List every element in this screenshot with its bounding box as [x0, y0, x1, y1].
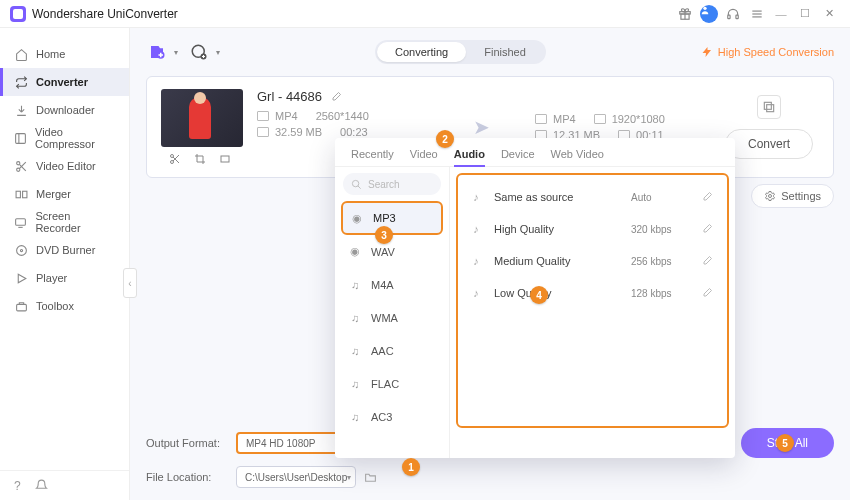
svg-point-3 — [703, 6, 706, 9]
notification-icon[interactable] — [35, 479, 48, 492]
music-icon: ♪ — [468, 287, 484, 299]
content-area: ‹ ▾ ▾ Converting Finished High Speed Con… — [130, 28, 850, 500]
seg-finished[interactable]: Finished — [466, 42, 544, 62]
sidebar-item-merger[interactable]: Merger — [0, 180, 129, 208]
sidebar-item-converter[interactable]: Converter — [0, 68, 129, 96]
film-icon — [257, 111, 269, 121]
svg-rect-15 — [16, 191, 20, 198]
sidebar-item-label: Video Compressor — [35, 126, 115, 150]
format-ac3[interactable]: ♫AC3 — [335, 400, 449, 433]
sidebar-item-label: Player — [36, 272, 67, 284]
sidebar-item-label: Downloader — [36, 104, 95, 116]
edit-icon[interactable] — [701, 223, 717, 235]
merger-icon — [14, 187, 28, 201]
step-badge-5: 5 — [776, 434, 794, 452]
sidebar-item-downloader[interactable]: Downloader — [0, 96, 129, 124]
svg-rect-32 — [767, 105, 774, 112]
file-title: Grl - 44686 — [257, 89, 322, 104]
sidebar-item-label: Toolbox — [36, 300, 74, 312]
format-search[interactable]: Search — [343, 173, 441, 195]
effect-icon[interactable] — [219, 153, 235, 165]
add-url-button[interactable] — [188, 41, 210, 63]
tab-recently[interactable]: Recently — [351, 148, 394, 160]
maximize-button[interactable]: ☐ — [794, 3, 816, 25]
download-icon — [14, 103, 28, 117]
minimize-button[interactable]: — — [770, 3, 792, 25]
file-location-label: File Location: — [146, 471, 228, 483]
compress-icon — [14, 131, 27, 145]
settings-button[interactable]: Settings — [751, 184, 834, 208]
convert-button[interactable]: Convert — [725, 129, 813, 159]
crop-icon[interactable] — [194, 153, 210, 165]
rename-icon[interactable] — [330, 91, 342, 103]
svg-rect-22 — [16, 304, 26, 311]
sidebar-item-compressor[interactable]: Video Compressor — [0, 124, 129, 152]
preset-medium[interactable]: ♪Medium Quality256 kbps — [468, 245, 717, 277]
titlebar: Wondershare UniConverter — ☐ ✕ — [0, 0, 850, 28]
headset-icon[interactable] — [722, 3, 744, 25]
sidebar-item-label: Home — [36, 48, 65, 60]
converter-icon — [14, 75, 28, 89]
svg-rect-5 — [736, 15, 738, 19]
disc-icon: ◉ — [347, 245, 363, 259]
svg-point-11 — [16, 161, 19, 164]
preset-high[interactable]: ♪High Quality320 kbps — [468, 213, 717, 245]
format-flac[interactable]: ♫FLAC — [335, 367, 449, 400]
preset-low[interactable]: ♪Low Quality128 kbps — [468, 277, 717, 309]
app-logo — [10, 6, 26, 22]
svg-rect-31 — [764, 102, 771, 109]
music-icon: ♪ — [468, 191, 484, 203]
sidebar-item-toolbox[interactable]: Toolbox — [0, 292, 129, 320]
trim-icon[interactable] — [169, 153, 185, 165]
sidebar-item-editor[interactable]: Video Editor — [0, 152, 129, 180]
sidebar-item-label: Merger — [36, 188, 71, 200]
sidebar-item-label: DVD Burner — [36, 244, 95, 256]
menu-icon[interactable] — [746, 3, 768, 25]
topbar: ▾ ▾ Converting Finished High Speed Conve… — [130, 28, 850, 76]
video-thumbnail[interactable] — [161, 89, 243, 147]
format-wma[interactable]: ♫WMA — [335, 301, 449, 334]
user-avatar[interactable] — [698, 3, 720, 25]
svg-line-37 — [358, 185, 361, 188]
edit-icon[interactable] — [701, 191, 717, 203]
add-file-button[interactable] — [146, 41, 168, 63]
seg-converting[interactable]: Converting — [377, 42, 466, 62]
audio-icon: ♫ — [347, 410, 363, 424]
chevron-down-icon[interactable]: ▾ — [216, 48, 220, 57]
close-button[interactable]: ✕ — [818, 3, 840, 25]
edit-icon[interactable] — [701, 255, 717, 267]
svg-rect-9 — [16, 133, 26, 143]
format-wav[interactable]: ◉WAV — [335, 235, 449, 268]
scissors-icon — [14, 159, 28, 173]
sidebar-item-home[interactable]: Home — [0, 40, 129, 68]
tab-device[interactable]: Device — [501, 148, 535, 160]
gift-icon[interactable] — [674, 3, 696, 25]
sidebar-item-label: Video Editor — [36, 160, 96, 172]
folder-icon[interactable] — [364, 471, 382, 484]
format-aac[interactable]: ♫AAC — [335, 334, 449, 367]
sidebar-item-recorder[interactable]: Screen Recorder — [0, 208, 129, 236]
recorder-icon — [14, 215, 27, 229]
tab-audio[interactable]: Audio — [454, 148, 485, 160]
audio-icon: ♫ — [347, 377, 363, 391]
help-icon[interactable]: ? — [14, 479, 21, 493]
toolbox-icon — [14, 299, 28, 313]
output-format-label: Output Format: — [146, 437, 228, 449]
app-title: Wondershare UniConverter — [32, 7, 178, 21]
tab-webvideo[interactable]: Web Video — [551, 148, 604, 160]
format-m4a[interactable]: ♫M4A — [335, 268, 449, 301]
sidebar-item-dvd[interactable]: DVD Burner — [0, 236, 129, 264]
edit-icon[interactable] — [701, 287, 717, 299]
step-badge-4: 4 — [530, 286, 548, 304]
svg-point-20 — [20, 249, 22, 251]
queue-button[interactable] — [757, 95, 781, 119]
tab-video[interactable]: Video — [410, 148, 438, 160]
svg-rect-16 — [22, 191, 26, 198]
sidebar-collapse-handle[interactable]: ‹ — [123, 268, 137, 298]
high-speed-toggle[interactable]: High Speed Conversion — [701, 46, 834, 58]
file-location-select[interactable]: C:\Users\User\Desktop▾ — [236, 466, 356, 488]
preset-same[interactable]: ♪Same as sourceAuto — [468, 181, 717, 213]
film-icon — [535, 114, 547, 124]
sidebar-item-player[interactable]: Player — [0, 264, 129, 292]
chevron-down-icon[interactable]: ▾ — [174, 48, 178, 57]
